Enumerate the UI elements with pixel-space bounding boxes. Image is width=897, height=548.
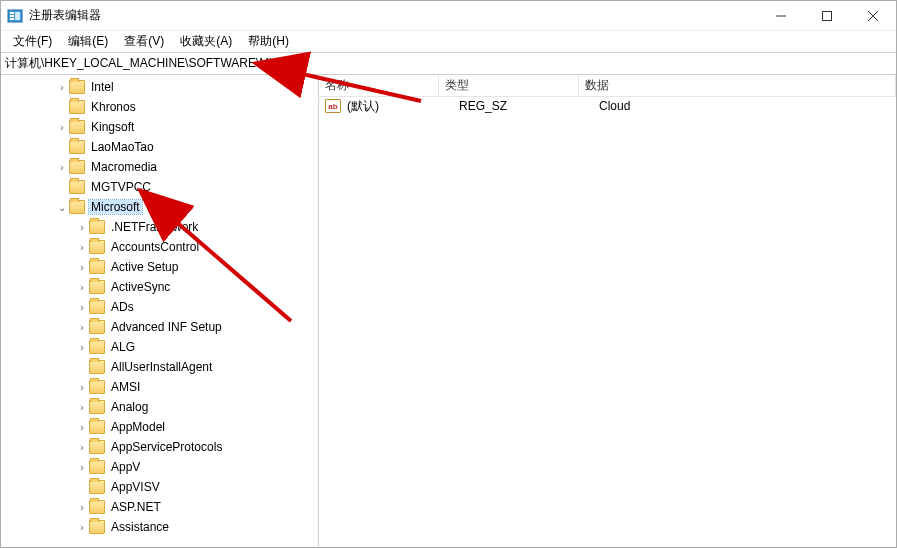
chevron-right-icon[interactable]: › [75, 322, 89, 333]
tree-item[interactable]: ›Assistance [1, 517, 318, 537]
svg-rect-6 [823, 11, 832, 20]
tree-pane[interactable]: ›Intel·Khronos›Kingsoft·LaoMaoTao›Macrom… [1, 75, 319, 547]
chevron-right-icon: · [55, 102, 69, 113]
tree-item-label: Kingsoft [89, 120, 136, 134]
svg-rect-2 [10, 15, 14, 17]
tree-item[interactable]: ›AccountsControl [1, 237, 318, 257]
value-type: REG_SZ [457, 99, 597, 113]
tree-item[interactable]: ›Active Setup [1, 257, 318, 277]
chevron-right-icon[interactable]: › [75, 402, 89, 413]
value-name: (默认) [345, 98, 457, 115]
tree-item[interactable]: ·AppVISV [1, 477, 318, 497]
chevron-right-icon[interactable]: › [75, 422, 89, 433]
folder-icon [89, 340, 105, 354]
chevron-right-icon[interactable]: › [75, 302, 89, 313]
tree-item[interactable]: ›AMSI [1, 377, 318, 397]
tree-item-label: MGTVPCC [89, 180, 153, 194]
tree-item-label: ActiveSync [109, 280, 172, 294]
menu-file[interactable]: 文件(F) [5, 31, 60, 52]
value-row[interactable]: ab(默认)REG_SZCloud [319, 97, 896, 115]
chevron-right-icon: · [75, 362, 89, 373]
folder-icon [69, 120, 85, 134]
chevron-right-icon: · [55, 182, 69, 193]
tree-item[interactable]: ·MGTVPCC [1, 177, 318, 197]
tree-item[interactable]: ›Macromedia [1, 157, 318, 177]
tree-item[interactable]: ›Kingsoft [1, 117, 318, 137]
address-bar [1, 53, 896, 75]
folder-icon [89, 440, 105, 454]
tree-item-label: AMSI [109, 380, 142, 394]
tree-item[interactable]: ›AppV [1, 457, 318, 477]
chevron-right-icon[interactable]: › [75, 382, 89, 393]
chevron-right-icon[interactable]: › [75, 262, 89, 273]
chevron-right-icon[interactable]: › [55, 82, 69, 93]
tree-item-label: AppVISV [109, 480, 162, 494]
value-data: Cloud [597, 99, 896, 113]
menu-view[interactable]: 查看(V) [116, 31, 172, 52]
tree-item[interactable]: ›Intel [1, 77, 318, 97]
tree-item[interactable]: ›ADs [1, 297, 318, 317]
tree-item[interactable]: ›ALG [1, 337, 318, 357]
tree-item-label: ADs [109, 300, 136, 314]
chevron-right-icon: · [75, 482, 89, 493]
folder-icon [89, 240, 105, 254]
folder-icon [89, 360, 105, 374]
chevron-right-icon[interactable]: › [75, 442, 89, 453]
tree-item[interactable]: ›Advanced INF Setup [1, 317, 318, 337]
folder-icon [89, 220, 105, 234]
chevron-right-icon[interactable]: › [55, 122, 69, 133]
tree-item[interactable]: ›AppServiceProtocols [1, 437, 318, 457]
tree-item-label: Active Setup [109, 260, 180, 274]
tree-item[interactable]: ›Analog [1, 397, 318, 417]
chevron-right-icon[interactable]: › [75, 462, 89, 473]
address-input[interactable] [5, 57, 892, 71]
folder-icon [89, 520, 105, 534]
chevron-right-icon[interactable]: › [75, 282, 89, 293]
menu-help[interactable]: 帮助(H) [240, 31, 297, 52]
folder-icon [69, 140, 85, 154]
folder-icon [69, 180, 85, 194]
tree-item-label: Macromedia [89, 160, 159, 174]
chevron-right-icon[interactable]: › [75, 242, 89, 253]
tree-item-label: AppServiceProtocols [109, 440, 224, 454]
menu-edit[interactable]: 编辑(E) [60, 31, 116, 52]
menu-favorites[interactable]: 收藏夹(A) [172, 31, 240, 52]
tree-item[interactable]: ›ActiveSync [1, 277, 318, 297]
maximize-button[interactable] [804, 1, 850, 30]
tree-item-label: AllUserInstallAgent [109, 360, 214, 374]
tree-item-label: Advanced INF Setup [109, 320, 224, 334]
chevron-right-icon[interactable]: › [75, 342, 89, 353]
folder-icon [89, 380, 105, 394]
folder-icon [69, 100, 85, 114]
chevron-right-icon[interactable]: › [75, 222, 89, 233]
folder-icon [89, 320, 105, 334]
tree-item-label: ALG [109, 340, 137, 354]
values-pane[interactable]: 名称 类型 数据 ab(默认)REG_SZCloud [319, 75, 896, 547]
tree-item[interactable]: ›AppModel [1, 417, 318, 437]
tree-item[interactable]: ›.NETFramework [1, 217, 318, 237]
string-value-icon: ab [325, 99, 341, 113]
col-data[interactable]: 数据 [579, 75, 896, 96]
window-title: 注册表编辑器 [29, 7, 758, 24]
folder-icon [89, 280, 105, 294]
app-icon [7, 8, 23, 24]
col-type[interactable]: 类型 [439, 75, 579, 96]
minimize-button[interactable] [758, 1, 804, 30]
tree-item[interactable]: ·Khronos [1, 97, 318, 117]
tree-item[interactable]: ⌄Microsoft [1, 197, 318, 217]
chevron-right-icon[interactable]: › [55, 162, 69, 173]
tree-item-label: Intel [89, 80, 116, 94]
col-name[interactable]: 名称 [319, 75, 439, 96]
chevron-down-icon[interactable]: ⌄ [55, 202, 69, 213]
close-button[interactable] [850, 1, 896, 30]
folder-icon [89, 400, 105, 414]
tree-item-label: AccountsControl [109, 240, 201, 254]
tree-item[interactable]: ›ASP.NET [1, 497, 318, 517]
tree-item[interactable]: ·LaoMaoTao [1, 137, 318, 157]
folder-icon [89, 420, 105, 434]
tree-item[interactable]: ·AllUserInstallAgent [1, 357, 318, 377]
chevron-right-icon[interactable]: › [75, 502, 89, 513]
titlebar: 注册表编辑器 [1, 1, 896, 31]
chevron-right-icon[interactable]: › [75, 522, 89, 533]
tree-item-label: Microsoft [89, 200, 142, 214]
